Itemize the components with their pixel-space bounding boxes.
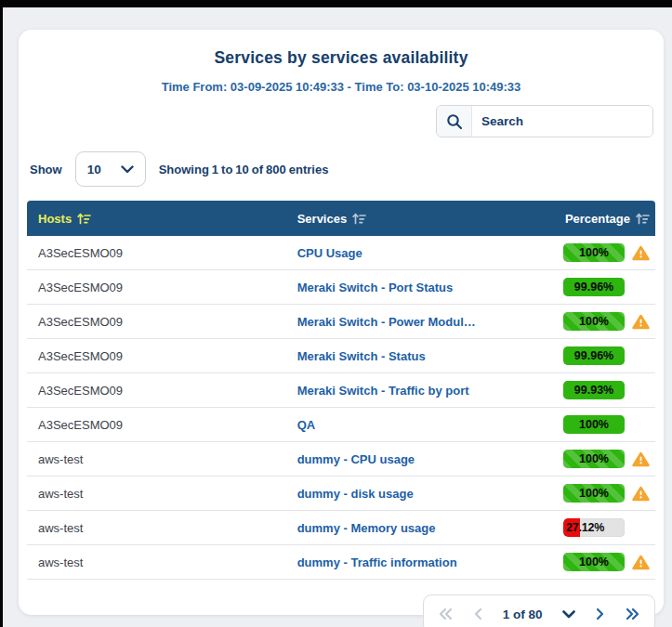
search-input[interactable]: [472, 106, 653, 137]
page-size-select[interactable]: 10: [75, 151, 146, 187]
warning-slot: [632, 280, 650, 295]
host-cell: aws-test: [27, 452, 297, 466]
next-page-button[interactable]: [596, 607, 605, 620]
warning-icon: [632, 555, 650, 570]
chevron-right-icon: [596, 607, 605, 620]
host-cell: A3SecESMO09: [27, 418, 297, 432]
host-cell: A3SecESMO09: [27, 246, 297, 260]
entries-from: 1: [212, 163, 218, 176]
host-cell: A3SecESMO09: [27, 281, 297, 294]
service-link[interactable]: CPU Usage: [297, 246, 511, 260]
search-icon: [446, 113, 463, 130]
percentage-badge: 99.96%: [563, 278, 625, 296]
percentage-badge: 100%: [563, 450, 625, 468]
warning-slot: [632, 555, 650, 570]
warning-icon: [632, 451, 650, 467]
table-row: A3SecESMO09 Meraki Switch - Port Status …: [27, 270, 655, 305]
controls-row: Show 10 Showing1to10of800entries: [27, 151, 655, 187]
entries-to: 10: [235, 163, 248, 176]
warning-slot: [632, 451, 650, 467]
double-chevron-right-icon: [626, 607, 640, 620]
pagination-box: 1 of 80: [423, 594, 655, 627]
service-link[interactable]: dummy - Traffic information: [297, 555, 511, 569]
table-row: aws-test dummy - Traffic information 100…: [27, 545, 655, 580]
time-range-label: Time From: 03-09-2025 10:49:33 - Time To…: [27, 80, 655, 94]
service-link[interactable]: QA: [297, 418, 511, 432]
table-header-row: Hosts Services Percentage: [27, 201, 655, 236]
percentage-badge: 100%: [563, 484, 625, 503]
column-label: Percentage: [565, 212, 630, 226]
host-cell: A3SecESMO09: [27, 384, 297, 398]
sort-icon: [352, 213, 366, 225]
table-row: A3SecESMO09 CPU Usage 100%: [27, 236, 655, 270]
percentage-cell: 100%: [511, 243, 656, 262]
percentage-badge: 100%: [563, 553, 625, 571]
search-icon-wrap: [437, 106, 472, 137]
show-label: Show: [30, 163, 62, 176]
percentage-value: 100%: [563, 553, 625, 571]
chevron-down-icon: [562, 610, 575, 619]
table-row: A3SecESMO09 Meraki Switch - Status 99.96…: [27, 339, 655, 373]
sort-icon: [636, 213, 650, 225]
warning-icon: [632, 314, 650, 330]
percentage-cell: 99.96%: [511, 278, 656, 296]
page-select-dropdown[interactable]: [562, 610, 575, 619]
table-row: aws-test dummy - disk usage 100%: [27, 477, 655, 511]
percentage-value: 27.12%: [563, 518, 625, 537]
warning-icon: [632, 486, 650, 502]
warning-slot: [632, 314, 650, 330]
percentage-value: 99.96%: [563, 346, 625, 365]
percentage-cell: 100%: [511, 312, 656, 331]
page-size-value: 10: [87, 163, 101, 176]
table-body: A3SecESMO09 CPU Usage 100% A3SecESMO09 M…: [27, 236, 655, 580]
warning-slot: [632, 383, 650, 398]
entries-word: of: [252, 163, 263, 176]
percentage-value: 100%: [563, 243, 625, 262]
column-label: Services: [297, 212, 348, 226]
percentage-cell: 100%: [511, 553, 656, 571]
availability-table: Hosts Services Percentage: [27, 201, 655, 580]
screen-frame-left: [0, 0, 3, 627]
column-label: Hosts: [38, 212, 72, 226]
first-page-button[interactable]: [438, 607, 453, 620]
service-link[interactable]: Meraki Switch - Port Status: [297, 281, 511, 294]
search-box[interactable]: [436, 105, 653, 137]
entries-total: 800: [266, 163, 286, 176]
table-row: A3SecESMO09 Meraki Switch - Power Modul……: [27, 305, 655, 339]
column-header-percentage[interactable]: Percentage: [511, 212, 656, 226]
column-header-hosts[interactable]: Hosts: [27, 212, 297, 226]
page-indicator: 1 of 80: [503, 607, 543, 621]
page-title: Services by services availability: [27, 48, 655, 68]
service-link[interactable]: dummy - CPU usage: [297, 452, 511, 466]
table-row: A3SecESMO09 QA 100%: [27, 408, 655, 442]
service-link[interactable]: dummy - Memory usage: [297, 521, 511, 535]
service-link[interactable]: dummy - disk usage: [297, 487, 511, 501]
sort-icon: [77, 213, 91, 225]
warning-slot: [632, 348, 650, 364]
service-link[interactable]: Meraki Switch - Power Modul…: [297, 315, 511, 329]
service-link[interactable]: Meraki Switch - Traffic by port: [297, 384, 511, 398]
column-header-services[interactable]: Services: [297, 212, 511, 226]
screen-frame-top: [0, 0, 672, 7]
percentage-value: 100%: [563, 484, 625, 503]
table-row: aws-test dummy - Memory usage 27.12%: [27, 511, 655, 545]
previous-page-button[interactable]: [473, 607, 482, 620]
warning-slot: [632, 245, 650, 261]
percentage-value: 100%: [563, 415, 625, 434]
percentage-badge: 99.96%: [563, 346, 625, 365]
warning-slot: [632, 486, 650, 502]
percentage-badge: 100%: [563, 243, 625, 262]
service-link[interactable]: Meraki Switch - Status: [297, 349, 511, 363]
warning-slot: [632, 520, 650, 536]
percentage-badge: 100%: [563, 415, 625, 434]
double-chevron-left-icon: [438, 607, 453, 620]
percentage-value: 99.96%: [563, 278, 625, 296]
table-row: aws-test dummy - CPU usage 100%: [27, 442, 655, 477]
percentage-badge: 100%: [563, 312, 625, 331]
percentage-cell: 99.93%: [511, 381, 656, 399]
search-row: [27, 105, 655, 137]
entries-word: to: [221, 163, 232, 176]
entries-summary: Showing1to10of800entries: [159, 163, 332, 176]
last-page-button[interactable]: [626, 607, 640, 620]
percentage-badge: 99.93%: [563, 381, 625, 399]
